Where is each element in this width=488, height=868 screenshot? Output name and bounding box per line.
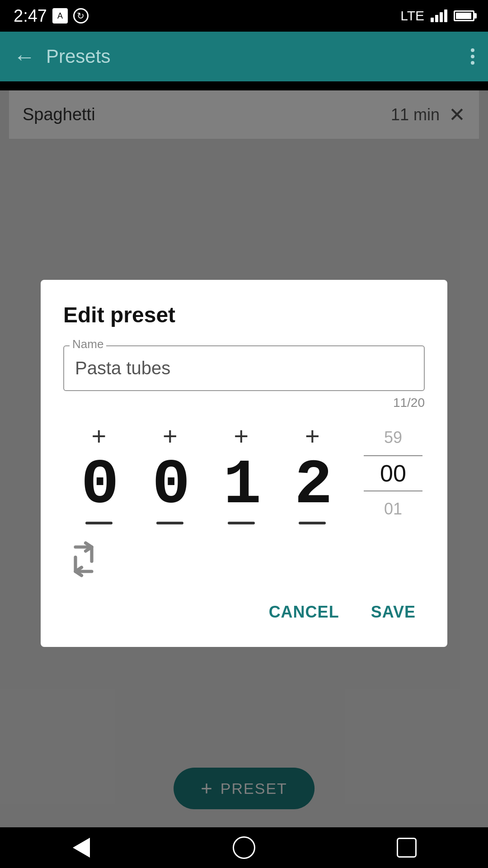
name-field-container: Name <box>63 345 425 391</box>
repeat-section <box>63 541 425 577</box>
timer-digit-0: 0 <box>72 454 126 517</box>
home-circle-icon <box>233 836 255 859</box>
char-count: 11/20 <box>63 396 425 410</box>
name-input[interactable] <box>63 345 425 391</box>
scroll-picker-above: 59 <box>384 428 402 447</box>
save-button[interactable]: SAVE <box>362 595 425 629</box>
dialog-buttons: CANCEL SAVE <box>63 595 425 629</box>
digit1-minus-button[interactable] <box>156 522 183 524</box>
lcd-display: 0 0 1 2 <box>63 454 348 517</box>
background-content: Spaghetti 11 min ✕ + PRESET Edit preset … <box>0 90 488 836</box>
scroll-picker-value: 00 <box>380 460 406 487</box>
digit3-plus-button[interactable]: + <box>292 422 333 449</box>
battery-icon <box>454 10 474 21</box>
plus-controls: + + + + <box>63 422 348 449</box>
digit0-minus-button[interactable] <box>85 522 113 524</box>
back-button[interactable]: ← <box>14 44 35 69</box>
timer-area: + + + + 0 0 1 2 <box>63 419 425 528</box>
repeat-icon-svg <box>63 541 104 577</box>
status-time: 2:47 <box>14 6 47 26</box>
scroll-picker[interactable]: 59 00 01 <box>361 419 425 528</box>
more-options-button[interactable] <box>471 48 474 65</box>
dialog-overlay: Edit preset Name 11/20 + + + + <box>0 90 488 836</box>
dialog-title: Edit preset <box>63 302 425 327</box>
signal-icon <box>431 9 447 22</box>
scroll-picker-top-line <box>364 455 422 456</box>
recents-square-icon <box>397 838 417 858</box>
sync-icon: ↻ <box>73 8 89 24</box>
nav-recents-button[interactable] <box>391 832 422 863</box>
edit-preset-dialog: Edit preset Name 11/20 + + + + <box>41 280 447 647</box>
timer-digit-1: 0 <box>143 454 197 517</box>
nav-back-button[interactable] <box>66 832 97 863</box>
scroll-picker-below: 01 <box>384 500 402 519</box>
page-title: Presets <box>46 46 471 67</box>
system-icons: LTE <box>400 8 474 24</box>
name-field-label: Name <box>70 337 106 351</box>
digit0-plus-button[interactable]: + <box>79 422 119 449</box>
status-bar: 2:47 A ↻ LTE <box>0 0 488 32</box>
keyboard-icon: A <box>52 8 68 24</box>
digit1-plus-button[interactable]: + <box>150 422 190 449</box>
timer-digit-3: 2 <box>285 454 339 517</box>
digit3-minus-button[interactable] <box>299 522 326 524</box>
lte-label: LTE <box>400 8 424 24</box>
minus-controls <box>63 522 348 524</box>
app-bar: ← Presets <box>0 32 488 81</box>
cancel-button[interactable]: CANCEL <box>260 595 348 629</box>
nav-home-button[interactable] <box>228 832 260 863</box>
scroll-picker-bottom-line <box>364 491 422 491</box>
repeat-button[interactable] <box>63 541 108 577</box>
timer-digit-2: 1 <box>214 454 268 517</box>
timer-digits-section: + + + + 0 0 1 2 <box>63 422 348 524</box>
back-arrow-icon <box>73 838 90 858</box>
notification-icons: 2:47 A ↻ <box>14 6 89 26</box>
digit2-minus-button[interactable] <box>228 522 255 524</box>
digit2-plus-button[interactable]: + <box>221 422 262 449</box>
